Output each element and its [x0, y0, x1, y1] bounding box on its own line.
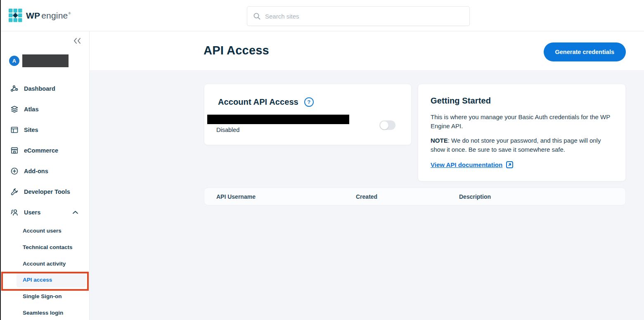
sidebar-item-label: Atlas	[24, 106, 38, 113]
note-text: : We do not store your password, and thi…	[431, 137, 601, 153]
column-header-api-username: API Username	[216, 193, 356, 200]
sidebar-item-developer-tools[interactable]: Developer Tools	[0, 181, 89, 202]
getting-started-card: Getting Started This is where you manage…	[418, 84, 626, 181]
sidebar-item-label: Sites	[24, 127, 38, 133]
account-name-redacted-bar	[207, 115, 349, 124]
users-subnav: Account users Technical contacts Account…	[0, 223, 89, 320]
logo-wp-text: WP	[26, 11, 40, 21]
wrench-icon	[10, 188, 19, 196]
api-access-toggle[interactable]	[379, 120, 395, 130]
sidebar-item-dashboard[interactable]: Dashboard	[0, 78, 89, 99]
generate-credentials-button[interactable]: Generate credentials	[544, 42, 626, 61]
wp-engine-logo[interactable]: WP engine ®	[9, 9, 71, 22]
sidebar-item-label: Dashboard	[24, 85, 55, 92]
account-name-redacted	[22, 54, 69, 67]
search-input[interactable]	[265, 13, 464, 20]
subnav-item-single-sign-on[interactable]: Single Sign-on	[0, 288, 89, 305]
sidebar-collapse-button[interactable]	[73, 37, 82, 47]
main-header: API Access Generate credentials	[90, 31, 644, 70]
top-header: WP engine ®	[0, 0, 644, 31]
plus-circle-icon	[10, 167, 19, 175]
site-search[interactable]	[247, 6, 470, 26]
sidebar-item-atlas[interactable]: Atlas	[0, 99, 89, 120]
getting-started-title: Getting Started	[431, 96, 613, 106]
users-icon	[10, 208, 19, 216]
toggle-knob	[380, 121, 388, 129]
sidebar-nav: Dashboard Atlas Sites eCommerce	[0, 78, 89, 320]
search-icon	[253, 12, 261, 20]
sidebar-item-label: Users	[24, 209, 40, 216]
help-icon[interactable]: ?	[304, 97, 314, 107]
wp-engine-logo-text: WP engine ®	[26, 11, 71, 21]
sites-window-icon	[10, 126, 19, 134]
sidebar: A Dashboard Atlas Sites	[0, 31, 90, 320]
window-left-edge	[0, 0, 1, 320]
subnav-item-account-activity[interactable]: Account activity	[0, 255, 89, 272]
dashboard-icon	[10, 85, 19, 93]
column-header-created: Created	[356, 193, 459, 200]
subnav-item-api-access[interactable]: API access	[0, 272, 89, 288]
sidebar-item-addons[interactable]: Add-ons	[0, 161, 89, 181]
wp-engine-logo-icon	[9, 9, 22, 22]
subnav-item-account-users[interactable]: Account users	[0, 223, 89, 239]
account-avatar: A	[9, 56, 19, 66]
sidebar-item-sites[interactable]: Sites	[0, 120, 89, 140]
chevron-up-icon	[72, 210, 78, 214]
subnav-item-label: Account activity	[23, 261, 66, 267]
sidebar-item-label: Add-ons	[24, 168, 48, 174]
subnav-item-label: API access	[23, 277, 52, 283]
external-link-icon	[506, 161, 514, 169]
account-api-access-title: Account API Access	[218, 97, 298, 107]
getting-started-note: NOTE: We do not store your password, and…	[431, 136, 613, 154]
subnav-item-label: Technical contacts	[23, 244, 73, 250]
sidebar-item-label: Developer Tools	[24, 188, 70, 195]
subnav-item-seamless-login[interactable]: Seamless login	[0, 304, 89, 320]
storefront-icon	[10, 146, 19, 155]
atlas-layers-icon	[10, 105, 19, 113]
page-title: API Access	[204, 44, 269, 57]
subnav-item-technical-contacts[interactable]: Technical contacts	[0, 239, 89, 256]
credentials-table-header: API Username Created Description	[204, 188, 626, 205]
subnav-item-label: Single Sign-on	[23, 293, 62, 299]
sidebar-item-users[interactable]: Users	[0, 202, 89, 223]
logo-engine-text: engine	[41, 11, 68, 21]
chevron-double-left-icon	[73, 37, 82, 45]
account-selector[interactable]: A	[9, 54, 69, 67]
column-header-description: Description	[459, 193, 625, 200]
view-api-documentation-link[interactable]: View API documentation	[431, 161, 502, 168]
logo-registered-mark: ®	[69, 12, 71, 15]
sidebar-item-label: eCommerce	[24, 147, 58, 154]
subnav-item-label: Seamless login	[23, 310, 63, 316]
note-label: NOTE	[431, 137, 448, 144]
account-api-access-card: Account API Access ? Disabled	[204, 84, 412, 145]
sidebar-item-ecommerce[interactable]: eCommerce	[0, 140, 89, 161]
getting-started-paragraph: This is where you manage your Basic Auth…	[431, 113, 613, 130]
api-access-status: Disabled	[216, 127, 239, 133]
subnav-item-label: Account users	[23, 228, 62, 234]
